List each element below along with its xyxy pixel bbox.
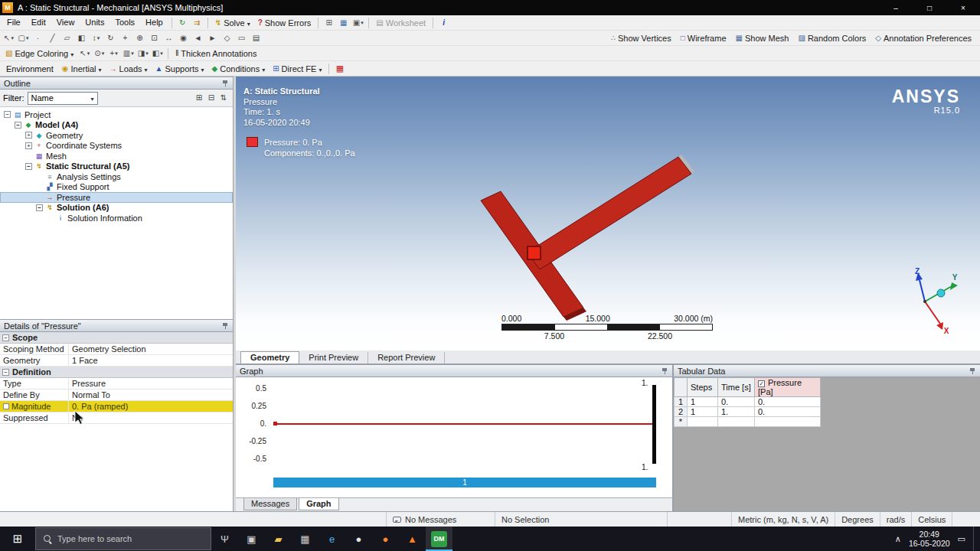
rotate-icon[interactable]: ↻ <box>103 31 118 44</box>
firefox-icon[interactable]: ● <box>372 527 399 551</box>
z-axis[interactable] <box>920 280 925 302</box>
fit-icon[interactable]: ↔ <box>162 31 176 44</box>
store-icon[interactable]: ▦ <box>292 527 318 551</box>
tree-item-pressure[interactable]: → Pressure <box>0 192 233 203</box>
vertex-filter-icon[interactable]: ∙ <box>31 31 45 44</box>
supports-menu[interactable]: ▲ Supports <box>152 62 208 76</box>
look-at-icon[interactable]: ▭ <box>234 31 249 44</box>
wireframe-button[interactable]: □ Wireframe <box>677 31 730 45</box>
column-pressure[interactable]: ✓Pressure [Pa] <box>755 378 821 397</box>
zoom-icon[interactable]: ⊕ <box>132 31 147 44</box>
worksheet-button[interactable]: ▤ Worksheet <box>372 16 430 30</box>
tree-expander-icon[interactable]: − <box>36 204 43 211</box>
details-section-scope[interactable]: Scope <box>0 332 233 344</box>
pressure-cell[interactable] <box>755 417 821 427</box>
worksheet-matrix-button[interactable]: ▦ <box>332 62 347 75</box>
extend-selection-icon[interactable]: ↕ <box>89 31 103 44</box>
column-time[interactable]: Time [s] <box>718 378 755 397</box>
checkbox-checked-icon[interactable]: ✓ <box>758 380 765 387</box>
units-indicator[interactable]: rad/s <box>880 512 912 527</box>
tabular-row[interactable]: 2 1 1. 0. <box>675 407 821 417</box>
units-indicator[interactable]: Degrees <box>835 512 880 527</box>
body-filter-icon[interactable]: ◧ <box>74 31 89 44</box>
details-row-scoping-method[interactable]: Scoping Method Geometry Selection <box>0 344 233 355</box>
time-marker[interactable] <box>652 385 656 464</box>
maximize-button[interactable]: □ <box>913 0 946 15</box>
tree-item-analysis-settings[interactable]: ≡ Analysis Settings <box>0 171 233 182</box>
column-steps[interactable]: Steps <box>688 378 718 397</box>
magnifier-icon[interactable]: ◉ <box>176 31 191 44</box>
details-row-define-by[interactable]: Define By Normal To <box>0 390 233 401</box>
step-bar[interactable]: 1 <box>273 478 656 487</box>
taskbar-search-input[interactable]: Type here to search <box>35 527 211 550</box>
geometry-model[interactable] <box>236 77 980 350</box>
start-button[interactable]: ⊞ <box>0 527 35 551</box>
viewport-tab[interactable]: Report Preview <box>368 352 445 364</box>
previous-view-icon[interactable]: ◄ <box>191 31 205 44</box>
designmodeler-taskbar-button[interactable]: DM <box>426 527 452 551</box>
menu-item[interactable]: Edit <box>26 15 51 30</box>
edge-filter-icon[interactable]: ╱ <box>45 31 60 44</box>
details-row-suppressed[interactable]: Suppressed No <box>0 412 233 424</box>
thicken-annotations-button[interactable]: ‖ Thicken Annotations <box>172 47 260 60</box>
file-explorer-icon[interactable]: ▰ <box>265 527 292 551</box>
pressure-cell[interactable]: 0. <box>755 407 821 417</box>
details-row-type[interactable]: Type Pressure <box>0 378 233 390</box>
pin-icon[interactable] <box>662 367 668 375</box>
pin-icon[interactable] <box>970 367 976 375</box>
random-colors-button[interactable]: ▨ Random Colors <box>794 31 870 45</box>
x-axis[interactable] <box>925 302 940 324</box>
menu-item[interactable]: Help <box>140 15 168 30</box>
tree-item-geometry[interactable]: + ◆ Geometry <box>0 130 233 141</box>
collapse-all-icon[interactable]: ⊟ <box>205 92 217 105</box>
scoping-icon[interactable]: ⊙ <box>92 47 106 60</box>
panel-tab[interactable]: Messages <box>243 498 297 510</box>
tree-item-fixed-support[interactable]: ▞ Fixed Support <box>0 182 233 193</box>
loads-menu[interactable]: → Loads <box>106 62 152 76</box>
hidden-icons-chevron[interactable]: ∧ <box>895 534 901 544</box>
pin-icon[interactable] <box>223 322 229 330</box>
vlc-icon[interactable]: ▲ <box>399 527 426 551</box>
expand-all-icon[interactable]: ⊞ <box>193 92 205 105</box>
iso-view-icon[interactable]: ◇ <box>220 31 234 44</box>
selection-information-button[interactable]: i <box>436 16 451 29</box>
pin-icon[interactable] <box>223 80 229 87</box>
tree-item-solution-a6[interactable]: − ↯ Solution (A6) <box>0 203 233 214</box>
tree-item-project[interactable]: − ▤ Project <box>0 109 233 120</box>
solve-button[interactable]: ↯ Solve <box>211 16 254 30</box>
time-cell[interactable]: 0. <box>718 397 755 407</box>
refresh-icon[interactable]: ↻ <box>175 16 190 29</box>
grid-icon[interactable]: ⊞ <box>322 16 336 29</box>
magnitude-value-field[interactable]: 0. Pa (ramped) <box>69 401 233 412</box>
units-indicator[interactable]: Metric (m, kg, N, s, V, A) <box>732 512 835 527</box>
viewport-tab[interactable]: Geometry <box>240 351 299 364</box>
tree-expander-icon[interactable]: − <box>4 111 11 118</box>
manage-views-icon[interactable]: ▤ <box>249 31 263 44</box>
time-cell[interactable]: 1. <box>718 407 755 417</box>
tabular-row[interactable]: 1 1 0. 0. <box>675 397 821 407</box>
label-pointer-icon[interactable]: ↖ <box>2 31 16 44</box>
messages-status[interactable]: No Messages <box>387 512 495 527</box>
select-mode-icon[interactable]: ▢ <box>16 31 31 44</box>
menu-item[interactable]: File <box>2 15 26 30</box>
graph-plot[interactable] <box>273 388 656 459</box>
show-errors-button[interactable]: ? Show Errors <box>254 16 315 30</box>
graphics-viewport[interactable]: A: Static Structural Pressure Time: 1. s… <box>236 77 980 350</box>
menu-item[interactable]: View <box>51 15 80 30</box>
update-project-icon[interactable]: ⇉ <box>190 16 204 29</box>
tree-item-mesh[interactable]: ▦ Mesh <box>0 151 233 161</box>
pressure-cell[interactable]: 0. <box>755 397 821 407</box>
inertial-menu[interactable]: ◉ Inertial <box>58 62 106 76</box>
face-filter-icon[interactable]: ▱ <box>60 31 74 44</box>
show-vertices-button[interactable]: ∴ Show Vertices <box>607 31 675 45</box>
beam-arm-right[interactable] <box>527 157 691 269</box>
notification-center-icon[interactable]: ▭ <box>958 534 965 544</box>
menu-item[interactable]: Units <box>80 15 109 30</box>
speech-icon[interactable]: Ψ <box>211 527 238 551</box>
snapshot-icon[interactable]: ▣ <box>351 16 365 29</box>
viewport-tab[interactable]: Print Preview <box>299 352 368 364</box>
tree-expander-icon[interactable]: − <box>15 122 21 129</box>
tree-item-static-structural-a5[interactable]: − ↯ Static Structural (A5) <box>0 161 233 172</box>
tree-expander-icon[interactable]: + <box>25 142 32 149</box>
taskbar-clock[interactable]: 20:49 16-05-2020 <box>909 530 950 548</box>
